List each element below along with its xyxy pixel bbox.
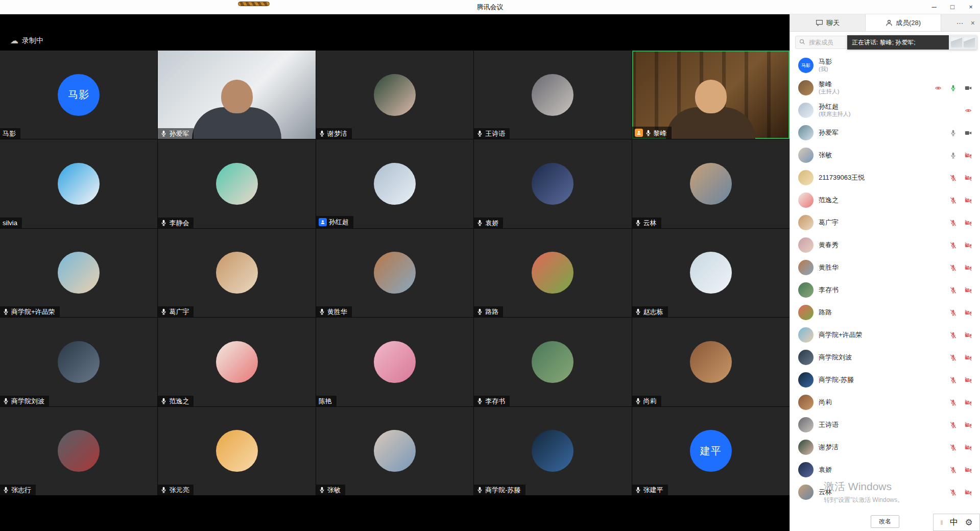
member-text: 马影 (我) <box>819 58 832 73</box>
video-tile[interactable]: 路路 <box>474 229 631 317</box>
member-row[interactable]: 葛广宇 <box>790 211 980 234</box>
video-tile[interactable]: 范逸之 <box>158 318 315 406</box>
mic-muted-icon[interactable] <box>950 489 957 496</box>
camera-on-icon[interactable] <box>965 130 972 136</box>
close-button[interactable]: × <box>962 0 980 14</box>
camera-off-icon[interactable] <box>965 467 972 473</box>
member-row[interactable]: 李存书 <box>790 279 980 301</box>
video-tile[interactable]: 商学院刘波 <box>0 318 157 406</box>
mic-muted-icon[interactable] <box>950 264 957 271</box>
panel-more-button[interactable]: ⋯ <box>957 19 964 27</box>
camera-off-icon[interactable] <box>965 332 972 339</box>
mic-muted-icon[interactable] <box>950 444 957 451</box>
member-row[interactable]: 商学院刘波 <box>790 346 980 369</box>
mic-muted-icon[interactable] <box>950 287 957 294</box>
rename-button[interactable]: 改名 <box>871 515 899 528</box>
tile-name-label: 袁娇 <box>474 218 503 228</box>
speaker-thumbnail-icon <box>964 37 975 47</box>
ime-drag-handle[interactable]: ‖ <box>940 519 943 526</box>
member-row[interactable]: 黄春秀 <box>790 234 980 256</box>
video-tile[interactable]: 谢梦洁 <box>316 51 473 139</box>
camera-off-icon[interactable] <box>965 152 972 159</box>
video-tile[interactable]: 陈艳 <box>316 318 473 406</box>
participant-name: 商学院+许晶荣 <box>11 308 55 315</box>
mic-muted-icon[interactable] <box>950 220 957 226</box>
camera-off-icon[interactable] <box>965 377 972 383</box>
mic-muted-icon[interactable] <box>950 467 957 473</box>
member-row[interactable]: 孙红超 (联席主持人) <box>790 99 980 122</box>
member-row[interactable]: 王诗语 <box>790 414 980 436</box>
member-row[interactable]: 孙爱军 <box>790 122 980 144</box>
member-row[interactable]: 范逸之 <box>790 189 980 211</box>
member-row[interactable]: 尚莉 <box>790 391 980 414</box>
member-row[interactable]: 黎峰 (主持人) <box>790 77 980 99</box>
video-tile[interactable]: 葛广宇 <box>158 229 315 317</box>
camera-off-icon[interactable] <box>965 264 972 271</box>
video-tile[interactable]: 袁娇 <box>474 139 631 228</box>
mic-muted-icon[interactable] <box>950 309 957 316</box>
video-tile[interactable]: 李存书 <box>474 318 631 406</box>
member-row[interactable]: 云林 <box>790 481 980 503</box>
camera-off-icon[interactable] <box>965 220 972 226</box>
mic-active-icon[interactable] <box>950 85 957 91</box>
member-row[interactable]: 211739063王悦 <box>790 166 980 189</box>
tile-name-label: 商学院刘波 <box>0 396 49 406</box>
camera-off-icon[interactable] <box>965 309 972 316</box>
video-tile[interactable]: 尚莉 <box>632 318 790 406</box>
video-tile[interactable]: 李静会 <box>158 139 315 228</box>
video-tile[interactable]: 黎峰 <box>632 51 790 139</box>
mic-muted-icon[interactable] <box>950 399 957 406</box>
mic-on-icon[interactable] <box>950 152 957 159</box>
camera-off-icon[interactable] <box>965 287 972 294</box>
tab-members[interactable]: 成员(28) <box>866 14 941 31</box>
video-tile[interactable]: 张元亮 <box>158 407 315 495</box>
video-tile[interactable]: 商学院+许晶荣 <box>0 229 157 317</box>
member-row[interactable]: 商学院-苏滕 <box>790 369 980 391</box>
watching-eye-icon[interactable] <box>965 107 972 114</box>
video-tile[interactable]: 张志行 <box>0 407 157 495</box>
mic-muted-icon[interactable] <box>950 354 957 361</box>
camera-off-icon[interactable] <box>965 197 972 204</box>
watching-eye-icon[interactable] <box>935 85 942 91</box>
video-tile[interactable]: 孙红超 <box>316 139 473 228</box>
mic-muted-icon[interactable] <box>950 175 957 181</box>
camera-off-icon[interactable] <box>965 175 972 181</box>
gear-icon[interactable]: ⚙ <box>965 517 972 528</box>
member-row[interactable]: 谢梦洁 <box>790 436 980 458</box>
maximize-button[interactable]: □ <box>943 0 962 14</box>
video-tile[interactable]: silvia <box>0 139 157 228</box>
video-tile[interactable]: 黄胜华 <box>316 229 473 317</box>
member-row[interactable]: 路路 <box>790 301 980 324</box>
camera-off-icon[interactable] <box>965 399 972 406</box>
video-tile[interactable]: 孙爱军 <box>158 51 315 139</box>
video-tile[interactable]: 张敏 <box>316 407 473 495</box>
minimize-button[interactable]: ─ <box>925 0 943 14</box>
camera-off-icon[interactable] <box>965 444 972 451</box>
member-row[interactable]: 商学院+许晶荣 <box>790 324 980 346</box>
member-row[interactable]: 张敏 <box>790 144 980 166</box>
camera-off-icon[interactable] <box>965 242 972 249</box>
panel-close-button[interactable]: × <box>971 19 975 27</box>
tab-chat[interactable]: 聊天 <box>790 14 866 31</box>
member-row[interactable]: 袁娇 <box>790 458 980 481</box>
mic-muted-icon[interactable] <box>950 377 957 383</box>
ime-language-indicator[interactable]: 中 <box>950 517 958 528</box>
member-row[interactable]: 马影 马影 (我) <box>790 54 980 77</box>
mic-on-icon[interactable] <box>950 130 957 136</box>
camera-off-icon[interactable] <box>965 489 972 496</box>
camera-off-icon[interactable] <box>965 422 972 428</box>
mic-muted-icon[interactable] <box>950 242 957 249</box>
video-tile[interactable]: 王诗语 <box>474 51 631 139</box>
video-tile[interactable]: 建平 张建平 <box>632 407 790 495</box>
mic-muted-icon[interactable] <box>950 332 957 339</box>
video-tile[interactable]: 赵志栋 <box>632 229 790 317</box>
camera-on-icon[interactable] <box>965 85 972 91</box>
video-tile[interactable]: 云林 <box>632 139 790 228</box>
video-person-silhouette <box>632 51 790 139</box>
video-tile[interactable]: 马影 马影 <box>0 51 157 139</box>
mic-muted-icon[interactable] <box>950 422 957 428</box>
member-row[interactable]: 黄胜华 <box>790 256 980 279</box>
mic-muted-icon[interactable] <box>950 197 957 204</box>
video-tile[interactable]: 商学院-苏滕 <box>474 407 631 495</box>
camera-off-icon[interactable] <box>965 354 972 361</box>
